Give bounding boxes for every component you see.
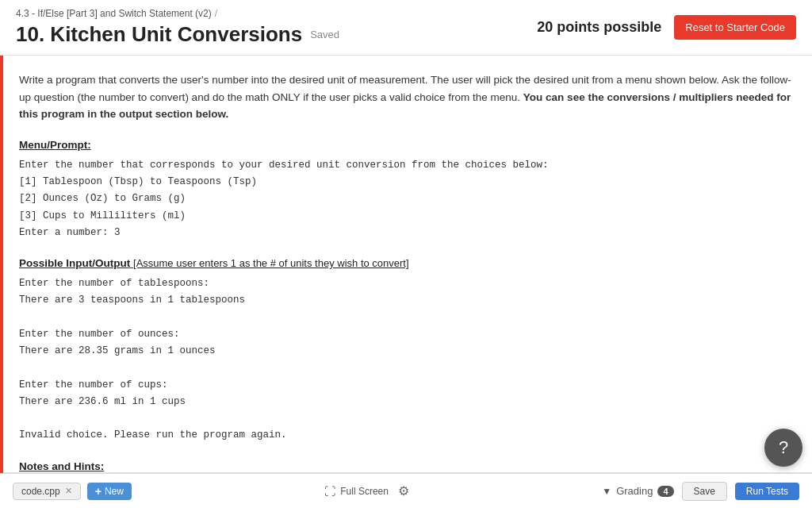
output-line-8: There are 236.6 ml in 1 cups [19, 394, 793, 410]
page-title: 10. Kitchen Unit Conversions Saved [16, 22, 339, 47]
output-line-4: Enter the number of ounces: [19, 326, 793, 343]
menu-line-5: Enter a number: 3 [19, 225, 793, 241]
output-line-5: There are 28.35 grams in 1 ounces [19, 343, 793, 360]
bottom-center: ⛶ Full Screen ⚙ [324, 483, 409, 498]
saved-badge: Saved [310, 29, 339, 40]
new-tab-button[interactable]: + New [87, 483, 132, 500]
notes-section: Notes and Hints: 1) What programming str… [19, 460, 793, 473]
save-button[interactable]: Save [682, 482, 727, 501]
breadcrumb-link[interactable]: 4.3 - If/Else [Part 3] and Switch Statem… [16, 8, 212, 19]
left-accent-bar [0, 56, 3, 473]
chat-icon: ? [779, 437, 788, 458]
possible-output-label: Possible Input/Output [Assume user enter… [19, 257, 793, 269]
notes-section-label: Notes and Hints: [19, 460, 793, 472]
code-tab-close-icon[interactable]: ✕ [65, 486, 72, 496]
main-content: Write a program that converts the user's… [0, 56, 812, 473]
chevron-down-icon: ▼ [602, 486, 611, 497]
new-tab-label: New [105, 486, 124, 497]
top-right-section: 20 points possible Reset to Starter Code [537, 15, 796, 40]
output-line-2: There are 3 teaspoons in 1 tablespoons [19, 292, 793, 309]
grading-count-badge: 4 [657, 486, 673, 497]
menu-section-label: Menu/Prompt: [19, 139, 793, 151]
top-left-section: 4.3 - If/Else [Part 3] and Switch Statem… [16, 8, 339, 47]
code-tab-name: code.cpp [21, 486, 60, 497]
menu-line-4: [3] Cups to Milliliters (ml) [19, 208, 793, 225]
fullscreen-icon: ⛶ [324, 485, 335, 498]
menu-code-block: Enter the number that corresponds to you… [19, 157, 793, 241]
fullscreen-button[interactable]: ⛶ Full Screen [324, 485, 389, 498]
top-bar: 4.3 - If/Else [Part 3] and Switch Statem… [0, 0, 812, 56]
menu-line-2: [1] Tablespoon (Tbsp) to Teaspoons (Tsp) [19, 174, 793, 190]
fullscreen-label: Full Screen [340, 486, 389, 497]
plus-icon: + [95, 485, 102, 498]
output-line-3 [19, 310, 793, 326]
settings-button[interactable]: ⚙ [398, 483, 409, 498]
code-tab[interactable]: code.cpp ✕ [13, 483, 81, 500]
description-text: Write a program that converts the user's… [19, 71, 793, 123]
output-line-6 [19, 360, 793, 376]
breadcrumb: 4.3 - If/Else [Part 3] and Switch Statem… [16, 8, 339, 19]
menu-line-1: Enter the number that corresponds to you… [19, 157, 793, 174]
menu-section: Menu/Prompt: Enter the number that corre… [19, 139, 793, 241]
bottom-left: code.cpp ✕ + New [13, 483, 132, 500]
output-line-1: Enter the number of tablespoons: [19, 275, 793, 292]
reset-to-starter-code-button[interactable]: Reset to Starter Code [674, 15, 796, 40]
breadcrumb-separator: / [215, 8, 217, 19]
possible-output-label-text: Possible Input/Output [19, 257, 130, 269]
menu-line-3: [2] Ounces (Oz) to Grams (g) [19, 190, 793, 207]
page-title-text: 10. Kitchen Unit Conversions [16, 22, 302, 47]
output-line-7: Enter the number of cups: [19, 377, 793, 394]
grading-label: Grading [616, 485, 653, 497]
possible-output-section: Possible Input/Output [Assume user enter… [19, 257, 793, 444]
output-line-10: Invalid choice. Please run the program a… [19, 427, 793, 444]
chat-bubble-button[interactable]: ? [764, 429, 802, 467]
output-line-9 [19, 410, 793, 427]
points-label: 20 points possible [537, 19, 661, 36]
run-tests-button[interactable]: Run Tests [735, 483, 799, 500]
possible-output-suffix-text: [Assume user enters 1 as the # of units … [133, 257, 409, 269]
bottom-bar: code.cpp ✕ + New ⛶ Full Screen ⚙ ▼ Gradi… [0, 473, 812, 508]
grading-section[interactable]: ▼ Grading 4 [602, 485, 673, 497]
bottom-right: ▼ Grading 4 Save Run Tests [602, 482, 799, 501]
output-code-block: Enter the number of tablespoons: There a… [19, 275, 793, 444]
